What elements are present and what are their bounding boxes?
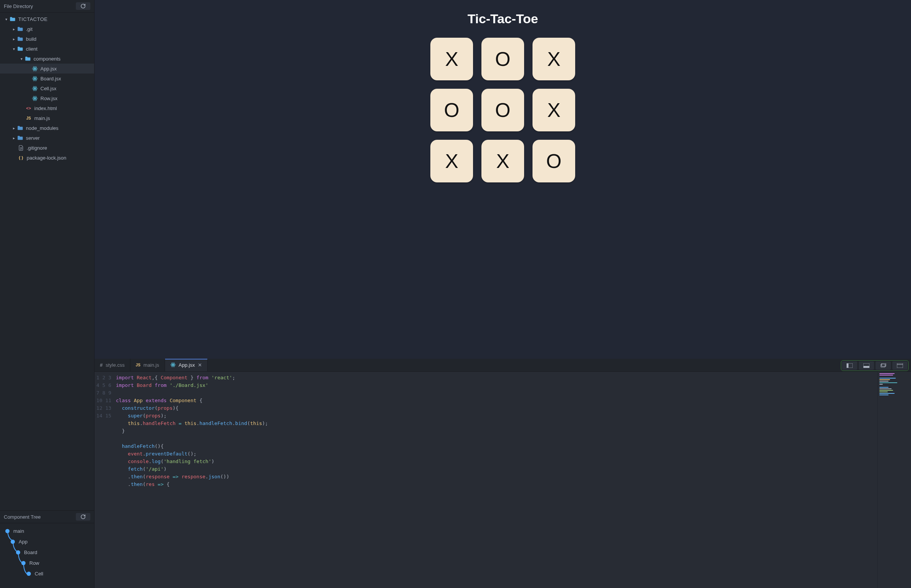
- minimap[interactable]: [877, 372, 911, 588]
- component-label: Cell: [35, 571, 43, 577]
- tab-label: App.jsx: [179, 362, 195, 368]
- node-dot-icon: [16, 550, 20, 554]
- react-icon: [31, 86, 38, 91]
- tree-file-cell-jsx[interactable]: Cell.jsx: [0, 83, 94, 93]
- react-icon: [31, 76, 38, 81]
- tree-label: components: [34, 56, 61, 62]
- svg-point-12: [34, 98, 36, 99]
- folder-icon: [17, 36, 24, 42]
- component-node-main[interactable]: main: [0, 525, 94, 536]
- refresh-icon: [80, 514, 86, 519]
- chevron-down-icon: ▾: [4, 17, 8, 21]
- chevron-right-icon: ▸: [11, 37, 16, 41]
- component-tree-refresh-button[interactable]: [76, 513, 90, 520]
- tab-style-css[interactable]: # style.css: [94, 359, 130, 371]
- minimap-content: [879, 373, 909, 396]
- folder-icon: [9, 16, 16, 22]
- refresh-icon: [80, 3, 86, 9]
- tree-folder-server[interactable]: ▸ server: [0, 133, 94, 143]
- board-cell-8[interactable]: O: [532, 140, 575, 183]
- chevron-right-icon: ▸: [11, 136, 16, 140]
- tree-root[interactable]: ▾ TICTACTOE: [0, 14, 94, 24]
- html-icon: <>: [25, 106, 32, 110]
- layout-button-bottom-panel[interactable]: [859, 362, 874, 370]
- board-cell-3[interactable]: O: [430, 89, 473, 131]
- board-cell-2[interactable]: X: [532, 38, 575, 80]
- tree-label: node_modules: [26, 125, 58, 131]
- layout-button-full[interactable]: [892, 362, 908, 370]
- chevron-down-icon: ▾: [19, 57, 24, 61]
- react-icon: [170, 362, 176, 367]
- tree-file-gitignore[interactable]: .gitignore: [0, 143, 94, 153]
- component-tree-header: Component Tree: [0, 511, 94, 523]
- folder-icon: [17, 135, 24, 141]
- tree-label: .git: [26, 26, 32, 32]
- tree-label: Row.jsx: [41, 95, 58, 101]
- tree-folder-git[interactable]: ▸ .git: [0, 24, 94, 34]
- svg-rect-23: [863, 366, 869, 368]
- tree-folder-node-modules[interactable]: ▸ node_modules: [0, 123, 94, 133]
- board-cell-6[interactable]: X: [430, 140, 473, 183]
- tree-label: client: [26, 46, 37, 52]
- component-label: App: [19, 539, 28, 544]
- component-node-cell[interactable]: Cell: [0, 568, 94, 579]
- tree-label: package-lock.json: [27, 155, 66, 161]
- layout-button-stacked[interactable]: [875, 362, 891, 370]
- editor-pane: # style.css JS main.js App.jsx ✕: [94, 359, 911, 588]
- tree-label: main.js: [34, 115, 50, 121]
- svg-point-8: [34, 88, 36, 89]
- layout-button-left-panel[interactable]: [842, 362, 857, 370]
- tree-label: Cell.jsx: [41, 86, 57, 91]
- code-area[interactable]: 1 2 3 4 5 6 7 8 9 10 11 12 13 14 15 impo…: [94, 372, 911, 588]
- file-directory-header: File Directory: [0, 0, 94, 13]
- component-node-board[interactable]: Board: [0, 547, 94, 557]
- board-cell-4[interactable]: O: [481, 89, 524, 131]
- tree-label: App.jsx: [41, 66, 57, 72]
- file-directory-label: File Directory: [4, 3, 33, 9]
- tree-folder-build[interactable]: ▸ build: [0, 34, 94, 44]
- tree-label: .gitignore: [27, 145, 47, 151]
- css-icon: #: [100, 362, 102, 368]
- node-dot-icon: [11, 540, 15, 544]
- tab-bar: # style.css JS main.js App.jsx ✕: [94, 359, 911, 372]
- board-cell-1[interactable]: O: [481, 38, 524, 80]
- tab-label: main.js: [143, 362, 159, 368]
- tree-file-index-html[interactable]: <> index.html: [0, 103, 94, 113]
- preview-pane: Tic-Tac-Toe X O X O O X X X O: [94, 0, 911, 359]
- tab-main-js[interactable]: JS main.js: [130, 359, 165, 371]
- component-label: Row: [29, 560, 39, 566]
- tab-app-jsx[interactable]: App.jsx ✕: [165, 359, 208, 371]
- tree-file-app-jsx[interactable]: App.jsx: [0, 64, 94, 73]
- tree-file-row-jsx[interactable]: Row.jsx: [0, 93, 94, 103]
- tree-file-package-lock[interactable]: { } package-lock.json: [0, 153, 94, 163]
- js-icon: JS: [136, 363, 140, 367]
- file-directory-refresh-button[interactable]: [76, 2, 90, 10]
- component-node-row[interactable]: Row: [0, 557, 94, 568]
- component-label: main: [13, 528, 24, 534]
- react-icon: [31, 95, 38, 101]
- preview-title: Tic-Tac-Toe: [467, 11, 538, 26]
- component-tree: main App Board Row Cell: [0, 523, 94, 588]
- svg-point-0: [34, 68, 36, 69]
- tab-label: style.css: [105, 362, 125, 368]
- board-cell-5[interactable]: X: [532, 89, 575, 131]
- node-dot-icon: [27, 572, 31, 576]
- tree-folder-client[interactable]: ▾ client: [0, 44, 94, 54]
- tree-folder-components[interactable]: ▾ components: [0, 54, 94, 64]
- tree-label: index.html: [34, 105, 57, 111]
- chevron-right-icon: ▸: [11, 27, 16, 31]
- close-icon[interactable]: ✕: [198, 362, 202, 368]
- tree-file-board-jsx[interactable]: Board.jsx: [0, 73, 94, 83]
- code-content[interactable]: import React,{ Component } from 'react';…: [116, 372, 877, 588]
- tree-label: server: [26, 135, 40, 141]
- game-board: X O X O O X X X O: [430, 38, 575, 183]
- node-dot-icon: [21, 561, 26, 565]
- folder-icon: [24, 56, 31, 61]
- folder-icon: [17, 46, 24, 52]
- folder-icon: [17, 26, 24, 32]
- component-node-app[interactable]: App: [0, 536, 94, 547]
- layout-button-group: [841, 360, 909, 371]
- board-cell-0[interactable]: X: [430, 38, 473, 80]
- board-cell-7[interactable]: X: [481, 140, 524, 183]
- tree-file-main-js[interactable]: JS main.js: [0, 113, 94, 123]
